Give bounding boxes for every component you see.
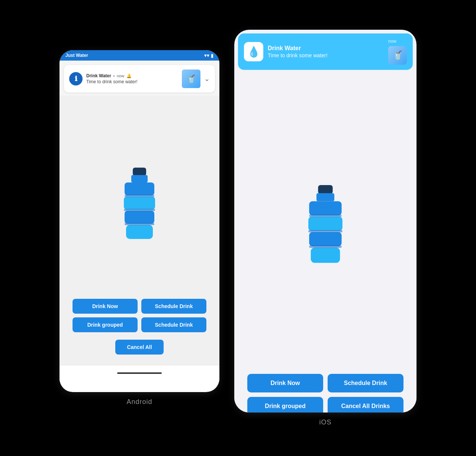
svg-rect-7 [124,209,155,211]
svg-rect-13 [309,232,341,246]
android-cancel-all-row: Cancel All [115,340,164,355]
ios-notif-title: Drink Water [268,45,384,52]
battery-icon: ▮ [211,53,213,58]
android-drink-grouped-button[interactable]: Drink grouped [73,317,138,332]
android-status-icons: ▾▾ ▮ [204,52,213,58]
svg-rect-12 [308,217,342,231]
notif-app-name: Drink Water [86,73,111,78]
water-bottle-container [110,110,169,299]
ios-water-bottle-svg [292,181,359,270]
ios-drink-now-button[interactable]: Drink Now [247,374,323,392]
android-notification-card[interactable]: ℹ Drink Water now 🔔 Time to drink some w… [64,65,215,93]
svg-rect-10 [316,193,334,201]
android-app-name: Just Water [65,53,88,58]
notif-message: Time to drink some water! [86,79,178,84]
android-home-bar [60,366,219,381]
svg-rect-17 [309,245,341,248]
android-notification-area: ℹ Drink Water now 🔔 Time to drink some w… [60,61,219,96]
wifi-icon: ▾▾ [204,52,209,58]
chevron-down-icon[interactable]: ⌄ [204,75,210,83]
ios-notif-thumbnail: 🥤 [388,46,407,65]
water-bottle-svg [110,164,169,246]
ios-cancel-all-drinks-button[interactable]: Cancel All Drinks [328,397,403,413]
notif-dot [113,75,115,77]
svg-rect-6 [125,195,154,197]
svg-rect-8 [125,223,154,225]
android-status-bar: Just Water ▾▾ ▮ [60,50,219,61]
ios-notification-banner[interactable]: 💧 Drink Water Time to drink some water! … [238,33,413,70]
android-schedule-drink-1-button[interactable]: Schedule Drink [141,299,206,314]
android-main-content: Drink Now Schedule Drink Drink grouped S… [60,96,219,366]
android-cancel-all-button[interactable]: Cancel All [115,340,164,355]
ios-notif-time: now [388,39,396,44]
android-platform-label: Android [126,398,152,406]
android-drink-now-button[interactable]: Drink Now [73,299,138,314]
ios-water-bottle-container [292,85,359,366]
svg-rect-15 [309,215,341,217]
svg-rect-2 [125,182,154,195]
android-platform-container: DEBUG Just Water ▾▾ ▮ ℹ Drink Water now [60,50,219,406]
ios-notif-message: Time to drink some water! [268,52,384,58]
ios-main-content: Drink Now Schedule Drink Drink grouped C… [234,74,416,413]
svg-rect-0 [133,168,146,176]
svg-rect-16 [308,230,342,233]
notif-title-row: Drink Water now 🔔 [86,73,178,78]
svg-rect-14 [311,248,340,263]
android-phone: DEBUG Just Water ▾▾ ▮ ℹ Drink Water now [60,50,219,392]
android-action-buttons: Drink Now Schedule Drink Drink grouped S… [73,299,206,332]
ios-action-buttons: Drink Now Schedule Drink Drink grouped C… [247,374,403,413]
svg-rect-3 [124,197,155,210]
svg-rect-1 [131,175,148,182]
home-bar-line [117,372,162,374]
svg-rect-9 [318,185,332,194]
ios-platform-container: 💧 Drink Water Time to drink some water! … [234,30,416,426]
notif-bell-icon: 🔔 [126,74,132,78]
ios-schedule-drink-button[interactable]: Schedule Drink [328,374,403,392]
svg-rect-11 [309,201,341,216]
svg-rect-4 [125,211,154,224]
svg-rect-5 [126,225,153,239]
notif-time: now [117,74,124,78]
android-schedule-drink-2-button[interactable]: Schedule Drink [141,317,206,332]
ios-notif-icon: 💧 [244,42,263,61]
ios-phone: 💧 Drink Water Time to drink some water! … [234,30,416,413]
notif-icon-circle: ℹ [69,72,83,85]
notif-content: Drink Water now 🔔 Time to drink some wat… [86,73,178,84]
notif-info-icon: ℹ [75,75,77,83]
ios-drink-grouped-button[interactable]: Drink grouped [247,397,323,413]
ios-notif-content: Drink Water Time to drink some water! [268,45,384,58]
ios-platform-label: iOS [319,418,331,426]
notif-thumbnail: 🥤 [182,69,200,88]
